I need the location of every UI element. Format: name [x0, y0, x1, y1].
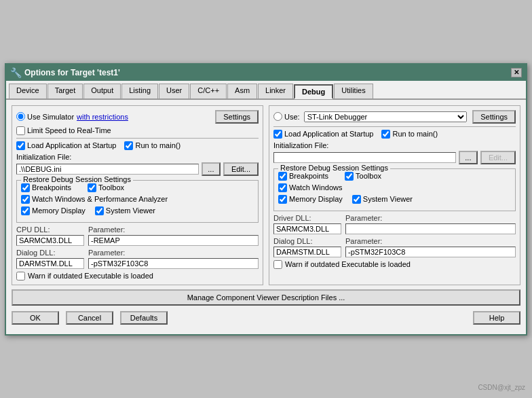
- system-viewer-checkbox-right[interactable]: [352, 195, 361, 204]
- watch-windows-checkbox[interactable]: [21, 195, 30, 204]
- dialog-dll-row-left: Dialog DLL: Parameter:: [16, 249, 259, 269]
- simulator-row: Use Simulator with restrictions Settings: [16, 110, 259, 124]
- limit-speed-checkbox[interactable]: [16, 126, 25, 135]
- simulator-radio[interactable]: [16, 112, 25, 121]
- warn-row-right: Warn if outdated Executable is loaded: [273, 260, 516, 269]
- driver-dll-row: Driver DLL: Parameter:: [273, 214, 516, 234]
- breakpoints-label[interactable]: Breakpoints: [21, 183, 71, 192]
- memory-display-label-right[interactable]: Memory Display: [278, 195, 343, 204]
- toolbox-label[interactable]: Toolbox: [88, 183, 124, 192]
- memory-display-checkbox-right[interactable]: [278, 195, 287, 204]
- run-to-main-checkbox[interactable]: [124, 141, 133, 150]
- tab-output[interactable]: Output: [83, 84, 121, 98]
- load-app-label[interactable]: Load Application at Startup: [16, 141, 116, 150]
- load-app-checkbox-right[interactable]: [273, 130, 282, 139]
- watch-windows-checkbox-right[interactable]: [278, 183, 287, 192]
- watch-windows-label[interactable]: Watch Windows & Performance Analyzer: [21, 195, 168, 204]
- footer-buttons: OK Cancel Defaults Help: [12, 306, 520, 329]
- breakpoints-label-right[interactable]: Breakpoints: [278, 172, 328, 181]
- dialog-dll-input-left[interactable]: [16, 258, 84, 269]
- memory-display-label[interactable]: Memory Display: [21, 206, 86, 215]
- toolbox-label-right[interactable]: Toolbox: [345, 172, 381, 181]
- tab-debug[interactable]: Debug: [294, 84, 333, 99]
- use-radio-label[interactable]: Use:: [273, 112, 300, 121]
- warn-outdated-label-left: Warn if outdated Executable is loaded: [28, 272, 153, 280]
- dialog-dll-input-right[interactable]: [273, 247, 341, 257]
- init-edit-button[interactable]: Edit...: [223, 162, 259, 176]
- cpu-dll-input[interactable]: [16, 235, 84, 246]
- run-to-main-label-right[interactable]: Run to main(): [381, 130, 438, 139]
- limit-speed-label[interactable]: Limit Speed to Real-Time: [16, 126, 111, 135]
- tab-listing[interactable]: Listing: [121, 84, 158, 98]
- simulator-settings-button[interactable]: Settings: [215, 110, 259, 124]
- system-viewer-checkbox[interactable]: [95, 206, 104, 215]
- cpu-param-col: Parameter:: [88, 225, 259, 246]
- driver-param-input[interactable]: [345, 223, 516, 234]
- watch-windows-label-right[interactable]: Watch Windows: [278, 183, 342, 192]
- debugger-settings-button[interactable]: Settings: [472, 110, 516, 124]
- cpu-dll-col: CPU DLL:: [16, 225, 84, 246]
- main-window: 🔧 Options for Target 'test1' ✕ Device Ta…: [5, 63, 527, 336]
- driver-param-label: Parameter:: [345, 214, 516, 222]
- init-file-row-right: ... Edit...: [273, 151, 516, 164]
- warn-outdated-label-right: Warn if outdated Executable is loaded: [285, 260, 411, 268]
- init-browse-button-right[interactable]: ...: [459, 151, 478, 164]
- restrictions-link[interactable]: with restrictions: [77, 113, 128, 121]
- breakpoints-toolbox-row-right: Breakpoints Toolbox: [278, 172, 511, 181]
- init-file-input-right[interactable]: [273, 152, 456, 163]
- dialog-param-input-left[interactable]: [88, 258, 259, 269]
- driver-dll-input[interactable]: [273, 223, 341, 234]
- restore-group-left: Restore Debug Session Settings Breakpoin…: [16, 180, 259, 223]
- run-to-main-label[interactable]: Run to main(): [124, 141, 180, 150]
- use-radio[interactable]: [273, 112, 282, 121]
- main-content: Use Simulator with restrictions Settings…: [6, 100, 526, 334]
- cpu-dll-label: CPU DLL:: [16, 225, 84, 234]
- init-file-row: ... Edit...: [16, 162, 259, 176]
- toolbox-checkbox-right[interactable]: [345, 172, 354, 181]
- warn-outdated-checkbox-left[interactable]: [16, 272, 25, 281]
- tab-target[interactable]: Target: [48, 84, 83, 98]
- warn-row-left: Warn if outdated Executable is loaded: [16, 272, 259, 281]
- init-file-label: Initialization File:: [16, 153, 259, 161]
- limit-speed-row: Limit Speed to Real-Time: [16, 126, 259, 135]
- cancel-button[interactable]: Cancel: [66, 311, 113, 325]
- tab-bar: Device Target Output Listing User C/C++ …: [6, 81, 526, 100]
- system-viewer-label[interactable]: System Viewer: [95, 206, 155, 215]
- toolbox-checkbox[interactable]: [88, 183, 96, 192]
- two-column-layout: Use Simulator with restrictions Settings…: [12, 105, 520, 285]
- run-to-main-checkbox-right[interactable]: [381, 130, 390, 139]
- debugger-select[interactable]: ST-Link Debugger: [304, 111, 468, 122]
- cpu-dll-row: CPU DLL: Parameter:: [16, 225, 259, 246]
- window-title: Options for Target 'test1': [24, 68, 120, 77]
- restore-group-right: Restore Debug Session Settings Breakpoin…: [273, 168, 516, 211]
- load-app-checkbox[interactable]: [16, 141, 25, 150]
- tab-device[interactable]: Device: [9, 84, 47, 98]
- tab-utilities[interactable]: Utilities: [334, 84, 373, 98]
- init-file-input[interactable]: [16, 164, 199, 175]
- help-button[interactable]: Help: [473, 311, 520, 325]
- init-edit-button-right[interactable]: Edit...: [480, 151, 516, 164]
- breakpoints-checkbox[interactable]: [21, 183, 30, 192]
- close-button[interactable]: ✕: [511, 68, 522, 77]
- init-browse-button[interactable]: ...: [202, 162, 221, 176]
- defaults-button[interactable]: Defaults: [120, 311, 168, 325]
- simulator-radio-label[interactable]: Use Simulator: [16, 112, 74, 121]
- tab-user[interactable]: User: [159, 84, 189, 98]
- cpu-param-label: Parameter:: [88, 225, 259, 234]
- tab-cpp[interactable]: C/C++: [190, 84, 227, 98]
- load-app-label-right[interactable]: Load Application at Startup: [273, 130, 373, 139]
- init-file-label-right: Initialization File:: [273, 141, 516, 149]
- tab-linker[interactable]: Linker: [258, 84, 293, 98]
- ok-button[interactable]: OK: [12, 311, 59, 325]
- cpu-param-input[interactable]: [88, 235, 259, 246]
- dialog-param-input-right[interactable]: [345, 247, 516, 257]
- warn-outdated-checkbox-right[interactable]: [273, 260, 282, 269]
- manage-component-button[interactable]: Manage Component Viewer Description File…: [12, 289, 520, 306]
- memory-display-checkbox[interactable]: [21, 206, 30, 215]
- tab-asm[interactable]: Asm: [227, 84, 257, 98]
- load-run-row-right: Load Application at Startup Run to main(…: [273, 130, 516, 139]
- breakpoints-checkbox-right[interactable]: [278, 172, 287, 181]
- driver-dll-col: Driver DLL:: [273, 214, 341, 234]
- window-icon: 🔧 Options for Target 'test1': [10, 67, 120, 78]
- system-viewer-label-right[interactable]: System Viewer: [352, 195, 413, 204]
